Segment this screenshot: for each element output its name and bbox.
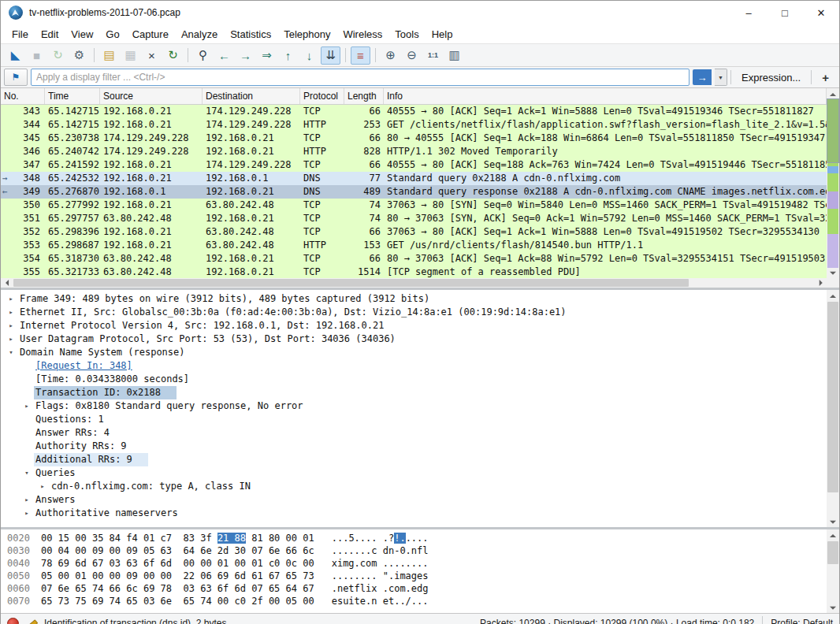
detail-row[interactable]: ▸cdn-0.nflximg.com: type A, class IN (1, 480, 827, 493)
column-header-length[interactable]: Length (344, 88, 384, 104)
packet-row[interactable]: 34465.142715192.168.0.21174.129.249.228H… (1, 118, 827, 132)
scroll-down-icon[interactable] (827, 603, 839, 613)
scroll-up-icon[interactable] (827, 290, 839, 300)
packet-row[interactable]: 35565.32173363.80.242.48192.168.0.21TCP1… (1, 266, 827, 279)
detail-row[interactable]: ▸Flags: 0x8180 Standard query response, … (1, 399, 827, 413)
scroll-left-icon[interactable] (1, 278, 12, 288)
stop-capture-icon[interactable]: ■ (27, 46, 46, 65)
menu-item-help[interactable]: Help (426, 26, 459, 43)
detail-row[interactable]: ▸Internet Protocol Version 4, Src: 192.1… (1, 319, 827, 332)
expander-icon[interactable]: ▸ (4, 319, 18, 332)
zoom-in-icon[interactable]: ⊕ (381, 46, 400, 65)
hex-vscrollbar[interactable] (827, 529, 839, 613)
apply-filter-button[interactable]: → (693, 69, 712, 85)
packet-row[interactable]: 35465.31873063.80.242.48192.168.0.21TCP6… (1, 252, 827, 266)
detail-row[interactable]: ▸User Datagram Protocol, Src Port: 53 (5… (1, 332, 827, 346)
hex-row[interactable]: 002000 15 00 35 84 f4 01 c7 83 3f 21 88 … (1, 532, 827, 544)
menu-item-file[interactable]: File (6, 26, 35, 43)
column-header-source[interactable]: Source (100, 88, 203, 104)
detail-row[interactable]: ▾Queries (1, 466, 827, 480)
details-scroll-track[interactable] (827, 300, 839, 517)
expander-icon[interactable]: ▸ (35, 480, 50, 493)
column-header-protocol[interactable]: Protocol (300, 88, 344, 104)
detail-row[interactable]: ▾Domain Name System (response) (1, 346, 827, 359)
packet-row[interactable]: 34665.240742174.129.249.228192.168.0.21H… (1, 145, 827, 158)
column-header-no[interactable]: No. (1, 88, 45, 104)
scroll-right-icon[interactable] (816, 278, 827, 288)
scroll-up-icon[interactable] (827, 88, 839, 98)
expander-icon[interactable]: ▸ (20, 399, 34, 413)
packet-row[interactable]: 34365.142715192.168.0.21174.129.249.228T… (1, 105, 827, 118)
maximize-button[interactable]: □ (767, 1, 803, 24)
filter-dropdown-icon[interactable]: ▼ (715, 69, 727, 86)
expander-icon[interactable]: ▾ (4, 346, 18, 359)
scroll-up-icon[interactable] (827, 529, 839, 540)
expander-icon[interactable]: ▸ (4, 306, 18, 319)
hex-row[interactable]: 006007 6e 65 74 66 6c 69 78 03 63 6f 6d … (1, 582, 827, 595)
close-button[interactable]: ✕ (803, 1, 839, 24)
packet-row[interactable]: 34565.230738174.129.249.228192.168.0.21T… (1, 132, 827, 145)
expression-button[interactable]: Expression... (734, 72, 808, 84)
go-back-icon[interactable]: ← (214, 46, 234, 65)
add-filter-button[interactable]: + (815, 71, 836, 84)
detail-row[interactable]: Questions: 1 (1, 413, 827, 426)
menu-item-go[interactable]: Go (99, 26, 125, 43)
restart-capture-icon[interactable]: ↻ (48, 46, 68, 65)
menu-item-tools[interactable]: Tools (388, 26, 425, 43)
expander-icon[interactable]: ▸ (4, 292, 18, 306)
expander-icon[interactable]: ▸ (20, 507, 34, 520)
packet-list-hscrollbar[interactable] (1, 278, 827, 288)
go-last-icon[interactable]: ↓ (299, 46, 319, 65)
menu-item-capture[interactable]: Capture (126, 26, 175, 43)
expert-info-icon[interactable] (7, 618, 19, 624)
hscroll-thumb[interactable] (13, 279, 689, 287)
find-packet-icon[interactable]: ⚲ (193, 46, 213, 65)
scroll-down-icon[interactable] (827, 268, 839, 278)
display-filter-input[interactable] (31, 69, 689, 86)
open-file-icon[interactable]: ▤ (99, 46, 119, 65)
column-header-destination[interactable]: Destination (203, 88, 300, 104)
detail-row[interactable]: ▸Frame 349: 489 bytes on wire (3912 bits… (1, 292, 827, 306)
packet-row[interactable]: 35065.277992192.168.0.2163.80.242.48TCP7… (1, 199, 827, 212)
menu-item-analyze[interactable]: Analyze (175, 26, 224, 43)
packet-row[interactable]: 35365.298687192.168.0.2163.80.242.48HTTP… (1, 239, 827, 252)
colorize-icon[interactable]: ≡ (351, 46, 370, 65)
scroll-down-icon[interactable] (827, 517, 839, 527)
detail-row[interactable]: [Time: 0.034338000 seconds] (1, 373, 827, 386)
save-file-icon[interactable]: ▦ (121, 46, 140, 65)
minimize-button[interactable]: – (730, 1, 767, 24)
packet-list-vscrollbar[interactable] (827, 88, 839, 278)
filter-bookmark-button[interactable]: ⚑ (4, 69, 28, 86)
hex-row[interactable]: 004078 69 6d 67 03 63 6f 6d 00 00 01 00 … (1, 557, 827, 570)
capture-options-icon[interactable]: ⚙ (69, 46, 89, 65)
hex-scroll-track[interactable] (827, 540, 839, 603)
resize-columns-icon[interactable]: ▥ (444, 46, 464, 65)
capture-comment-icon[interactable] (25, 618, 38, 624)
zoom-out-icon[interactable]: ⊖ (402, 46, 422, 65)
packet-row[interactable]: 35265.298396192.168.0.2163.80.242.48TCP6… (1, 225, 827, 239)
packet-row[interactable]: →34865.242532192.168.0.21192.168.0.1DNS7… (1, 172, 827, 185)
detail-row[interactable]: ▸Ethernet II, Src: Globalsc_00:3b:0a (f0… (1, 306, 827, 319)
close-file-icon[interactable]: × (142, 46, 162, 65)
detail-row[interactable]: [Request In: 348] (1, 359, 827, 373)
expander-icon[interactable]: ▾ (20, 466, 34, 480)
scrollbar-thumb[interactable] (827, 302, 838, 492)
go-to-packet-icon[interactable]: ⇒ (257, 46, 277, 65)
hex-row[interactable]: 003000 04 00 09 00 09 05 63 64 6e 2d 30 … (1, 544, 827, 557)
start-capture-icon[interactable]: ◣ (6, 46, 25, 65)
profile-button[interactable]: Profile: Default (771, 618, 833, 624)
detail-row[interactable]: ▸Answers (1, 493, 827, 507)
detail-row[interactable]: Answer RRs: 4 (1, 426, 827, 440)
scrollbar-thumb[interactable] (827, 541, 838, 564)
hscroll-track[interactable] (12, 278, 816, 288)
detail-row[interactable]: Additional RRs: 9 (1, 453, 827, 466)
menu-item-wireless[interactable]: Wireless (336, 26, 388, 43)
go-forward-icon[interactable]: → (236, 46, 255, 65)
detail-row[interactable]: Transaction ID: 0x2188 (1, 386, 827, 399)
go-first-icon[interactable]: ↑ (278, 46, 298, 65)
packet-row[interactable]: 34765.241592192.168.0.21174.129.249.228T… (1, 158, 827, 172)
menu-item-view[interactable]: View (65, 26, 99, 43)
details-vscrollbar[interactable] (827, 290, 839, 527)
hex-row[interactable]: 005005 00 01 00 00 09 00 00 22 06 69 6d … (1, 570, 827, 582)
column-header-time[interactable]: Time (45, 88, 100, 104)
